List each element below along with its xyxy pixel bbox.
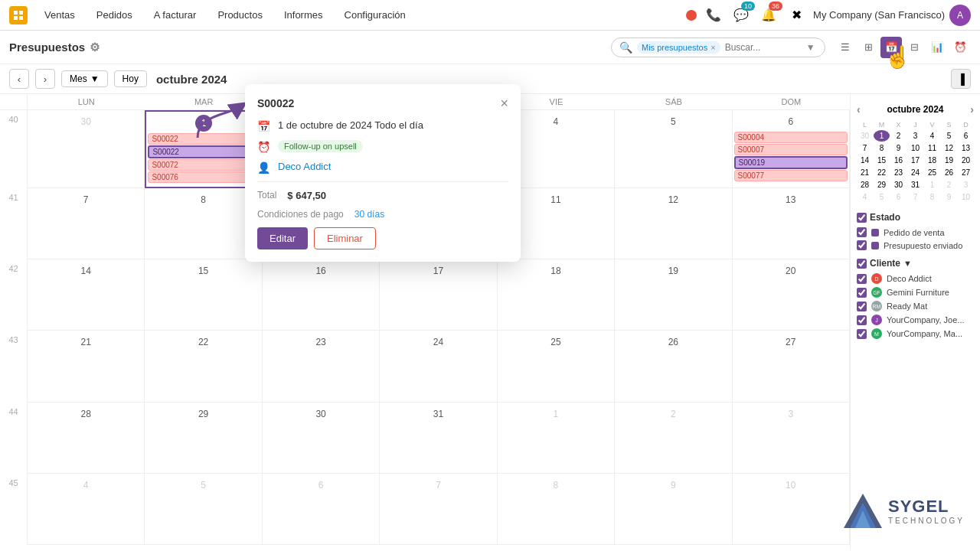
cal-day-nov2[interactable]: 2	[615, 403, 732, 474]
settings-gear-icon[interactable]: ⚙	[90, 41, 100, 54]
cal-day-sep30[interactable]: 30	[28, 110, 145, 188]
mini-day[interactable]: 14	[857, 155, 873, 166]
cal-day-nov8[interactable]: 8	[498, 474, 615, 545]
popup-delete-btn[interactable]: Eliminar	[314, 227, 376, 249]
mini-day[interactable]: 5	[874, 191, 890, 203]
mini-day[interactable]: 29	[874, 179, 890, 191]
nav-productos[interactable]: Productos	[213, 6, 267, 24]
sidebar-toggle-btn[interactable]: ▐	[951, 69, 971, 89]
mini-day[interactable]: 3	[958, 179, 974, 191]
search-dropdown-icon[interactable]: ▼	[806, 42, 815, 53]
cal-day-nov1[interactable]: 1	[498, 403, 615, 474]
mini-day[interactable]: 9	[890, 142, 906, 154]
mini-cal-next[interactable]: ›	[970, 103, 974, 116]
mini-day-today[interactable]: 1	[874, 130, 890, 142]
mini-day[interactable]: 24	[907, 167, 923, 178]
popup-close-btn[interactable]: ×	[500, 96, 508, 110]
prev-month-btn[interactable]: ‹	[9, 69, 29, 89]
mini-day[interactable]: 11	[924, 142, 940, 154]
cal-event-s00019[interactable]: S00019	[734, 156, 848, 169]
mini-day[interactable]: 15	[874, 155, 890, 166]
filter-deco-addict[interactable]: D Deco Addict	[857, 273, 974, 284]
cal-event-s00076[interactable]: S00076	[148, 171, 259, 183]
mini-day[interactable]: 23	[890, 167, 906, 178]
mini-day[interactable]: 16	[890, 155, 906, 166]
mini-cal-prev[interactable]: ‹	[857, 103, 861, 116]
cal-day-oct25[interactable]: 25	[498, 331, 615, 402]
pedido-venta-checkbox[interactable]	[857, 227, 867, 237]
nav-pedidos[interactable]: Pedidos	[92, 6, 137, 24]
status-dot[interactable]	[686, 10, 697, 21]
view-chart-btn[interactable]: 📊	[926, 37, 948, 58]
mini-day[interactable]: 6	[890, 191, 906, 203]
cal-day-oct13[interactable]: 13	[733, 188, 850, 259]
presupuesto-enviado-checkbox[interactable]	[857, 240, 867, 250]
view-kanban-btn[interactable]: ⊞	[858, 37, 879, 58]
mini-day[interactable]: 1	[924, 179, 940, 191]
cal-day-nov9[interactable]: 9	[615, 474, 732, 545]
mini-day[interactable]: 8	[924, 191, 940, 203]
cal-event-s00004[interactable]: S00004	[734, 132, 848, 143]
bell-icon[interactable]: 🔔36	[758, 5, 779, 26]
mini-day[interactable]: 2	[941, 179, 957, 191]
deco-addict-checkbox[interactable]	[857, 274, 867, 284]
cal-day-nov6[interactable]: 6	[263, 474, 380, 545]
mini-day[interactable]: 2	[890, 130, 906, 142]
mini-day[interactable]: 13	[958, 142, 974, 154]
cal-day-nov5[interactable]: 5	[145, 474, 262, 545]
filter-tag[interactable]: Mis presupuestos ×	[637, 41, 720, 54]
cal-day-nov7[interactable]: 7	[380, 474, 497, 545]
company-selector[interactable]: My Company (San Francisco) A	[813, 5, 971, 26]
mini-day[interactable]: 10	[907, 142, 923, 154]
cal-day-nov10[interactable]: 10	[733, 474, 850, 545]
cal-event-s00072[interactable]: S00072	[148, 159, 259, 171]
mini-day[interactable]: 30	[857, 130, 873, 142]
cal-day-oct28[interactable]: 28	[28, 403, 145, 474]
nav-configuracion[interactable]: Configuración	[340, 6, 410, 24]
phone-icon[interactable]: 📞	[703, 5, 724, 26]
nav-afacturar[interactable]: A facturar	[149, 6, 201, 24]
mini-day[interactable]: 7	[907, 191, 923, 203]
cal-day-oct24[interactable]: 24	[380, 331, 497, 402]
nav-ventas[interactable]: Ventas	[40, 6, 80, 24]
cal-day-oct31[interactable]: 31	[380, 403, 497, 474]
mini-day[interactable]: 5	[941, 130, 957, 142]
mini-day[interactable]: 22	[874, 167, 890, 178]
month-picker-btn[interactable]: Mes ▼	[61, 70, 108, 87]
cliente-checkbox[interactable]	[857, 259, 867, 269]
filter-ready-mat[interactable]: RM Ready Mat	[857, 301, 974, 311]
cal-day-oct6[interactable]: 6 S00004 S00007 S00019 S00077	[733, 110, 850, 188]
mini-day[interactable]: 12	[941, 142, 957, 154]
next-month-btn[interactable]: ›	[35, 69, 55, 89]
cal-day-oct27[interactable]: 27	[733, 331, 850, 402]
cal-event-s00007[interactable]: S00007	[734, 144, 848, 155]
estado-checkbox[interactable]	[857, 213, 867, 223]
mini-day[interactable]: 17	[907, 155, 923, 166]
mini-day[interactable]: 6	[958, 130, 974, 142]
cal-day-oct26[interactable]: 26	[615, 331, 732, 402]
cal-day-oct21[interactable]: 21	[28, 331, 145, 402]
mini-day[interactable]: 18	[924, 155, 940, 166]
filter-yourcompany-joe[interactable]: J YourCompany, Joe...	[857, 315, 974, 325]
filter-gemini-furniture[interactable]: GF Gemini Furniture	[857, 287, 974, 298]
mini-day[interactable]: 20	[958, 155, 974, 166]
mini-day[interactable]: 19	[941, 155, 957, 166]
cal-day-oct7[interactable]: 7	[28, 188, 145, 259]
cal-day-oct18[interactable]: 18	[498, 259, 615, 331]
mini-day[interactable]: 26	[941, 167, 957, 178]
view-list-btn[interactable]: ☰	[835, 37, 856, 58]
cal-day-oct15[interactable]: 15	[145, 259, 262, 331]
filter-pedido-venta[interactable]: Pedido de venta	[857, 227, 974, 237]
cal-day-nov4[interactable]: 4	[28, 474, 145, 545]
popup-edit-btn[interactable]: Editar	[257, 227, 308, 249]
chat-icon[interactable]: 💬10	[730, 5, 752, 26]
cal-day-oct12[interactable]: 12	[615, 188, 732, 259]
mini-day[interactable]: 8	[874, 142, 890, 154]
cal-event-s00022x[interactable]: S00022	[148, 133, 259, 145]
mini-day[interactable]: 30	[890, 179, 906, 191]
filter-presupuesto-enviado[interactable]: Presupuesto enviado	[857, 240, 974, 250]
mini-day[interactable]: 3	[907, 130, 923, 142]
view-activity-btn[interactable]: ⏰	[949, 37, 971, 58]
app-logo[interactable]	[9, 6, 28, 24]
mini-day[interactable]: 25	[924, 167, 940, 178]
